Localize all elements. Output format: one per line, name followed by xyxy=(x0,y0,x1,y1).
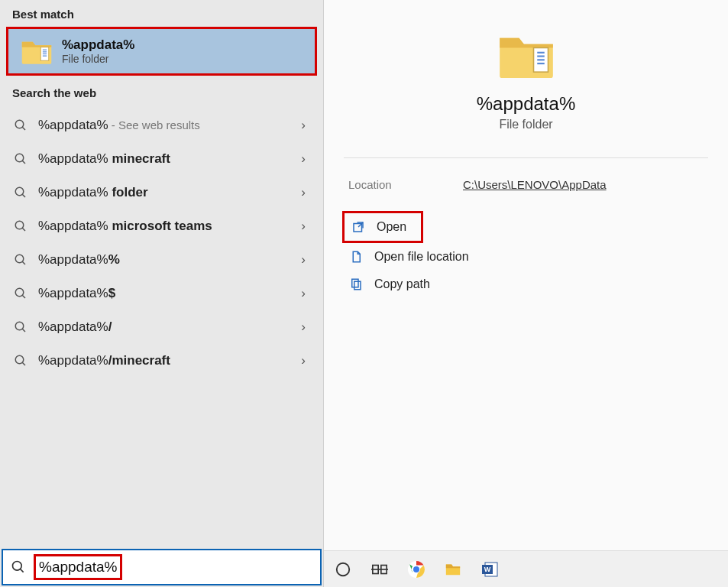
taskbar: W xyxy=(324,550,728,587)
search-icon xyxy=(14,152,28,166)
svg-line-12 xyxy=(22,228,25,231)
search-icon xyxy=(11,559,26,575)
svg-point-11 xyxy=(15,221,24,229)
svg-line-10 xyxy=(22,194,25,197)
chevron-right-icon: › xyxy=(297,252,309,268)
open-label: Open xyxy=(377,220,406,234)
open-icon xyxy=(351,219,366,235)
folder-icon xyxy=(21,37,53,66)
svg-point-7 xyxy=(15,154,24,162)
svg-line-6 xyxy=(22,127,25,130)
search-web-header: Search the web xyxy=(0,79,323,105)
best-match-header: Best match xyxy=(0,0,323,27)
svg-line-22 xyxy=(21,569,24,572)
svg-line-16 xyxy=(22,295,25,298)
svg-rect-30 xyxy=(354,281,361,290)
chrome-icon[interactable] xyxy=(406,559,426,579)
svg-point-17 xyxy=(15,322,24,330)
svg-line-14 xyxy=(22,261,25,264)
web-result[interactable]: %appdata% minecraft › xyxy=(0,142,323,176)
web-result[interactable]: %appdata%$ › xyxy=(0,277,323,310)
open-action[interactable]: Open xyxy=(342,211,423,243)
web-result[interactable]: %appdata%/minecraft › xyxy=(0,344,323,378)
copy-path-action[interactable]: Copy path xyxy=(342,271,710,298)
svg-point-13 xyxy=(15,255,24,263)
svg-line-18 xyxy=(22,329,25,332)
folder-icon xyxy=(497,29,555,81)
best-match-result[interactable]: %appdata% File folder xyxy=(6,27,317,76)
search-icon xyxy=(14,186,28,199)
location-path[interactable]: C:\Users\LENOVO\AppData xyxy=(463,178,607,191)
search-input-bar[interactable]: %appdata% xyxy=(2,549,322,585)
file-explorer-icon[interactable] xyxy=(443,559,463,579)
chevron-right-icon: › xyxy=(297,219,309,234)
chevron-right-icon: › xyxy=(297,353,309,368)
best-match-title: %appdata% xyxy=(62,37,134,53)
svg-point-19 xyxy=(15,355,24,364)
task-view-icon[interactable] xyxy=(370,559,390,579)
open-file-location-label: Open file location xyxy=(374,250,469,264)
chevron-right-icon: › xyxy=(297,286,309,301)
svg-line-20 xyxy=(22,362,25,365)
word-icon[interactable]: W xyxy=(480,559,500,579)
location-label: Location xyxy=(348,178,463,191)
svg-point-21 xyxy=(13,562,22,571)
web-result[interactable]: %appdata% - See web results › xyxy=(0,109,323,142)
svg-text:W: W xyxy=(484,566,491,573)
search-input-value[interactable]: %appdata% xyxy=(34,554,122,580)
details-subtitle: File folder xyxy=(499,118,552,131)
svg-point-15 xyxy=(15,288,24,297)
search-results-panel: Best match %appdata% File folder Search … xyxy=(0,0,324,587)
search-icon xyxy=(14,118,28,132)
best-match-subtitle: File folder xyxy=(62,53,134,65)
web-result[interactable]: %appdata%/ › xyxy=(0,310,323,344)
chevron-right-icon: › xyxy=(297,151,309,167)
web-result[interactable]: %appdata% folder › xyxy=(0,176,323,209)
svg-line-8 xyxy=(22,161,25,164)
search-icon xyxy=(14,287,28,300)
svg-point-31 xyxy=(337,563,350,576)
web-results-list: %appdata% - See web results › %appdata% … xyxy=(0,105,323,381)
svg-rect-29 xyxy=(352,279,358,287)
search-icon xyxy=(14,354,28,368)
copy-path-label: Copy path xyxy=(374,277,430,291)
chevron-right-icon: › xyxy=(297,118,309,133)
web-result[interactable]: %appdata% microsoft teams › xyxy=(0,209,323,243)
chevron-right-icon: › xyxy=(297,185,309,200)
search-icon xyxy=(14,253,28,267)
details-panel: %appdata% File folder Location C:\Users\… xyxy=(324,0,728,587)
cortana-icon[interactable] xyxy=(333,559,353,579)
file-location-icon xyxy=(348,249,364,264)
search-icon xyxy=(14,219,28,233)
web-result[interactable]: %appdata%% › xyxy=(0,243,323,277)
svg-point-37 xyxy=(413,566,419,572)
chevron-right-icon: › xyxy=(297,319,309,335)
copy-icon xyxy=(348,277,364,292)
svg-point-9 xyxy=(15,187,24,196)
svg-point-5 xyxy=(15,120,24,128)
search-icon xyxy=(14,320,28,334)
open-file-location-action[interactable]: Open file location xyxy=(342,243,710,271)
details-title: %appdata% xyxy=(477,93,575,115)
